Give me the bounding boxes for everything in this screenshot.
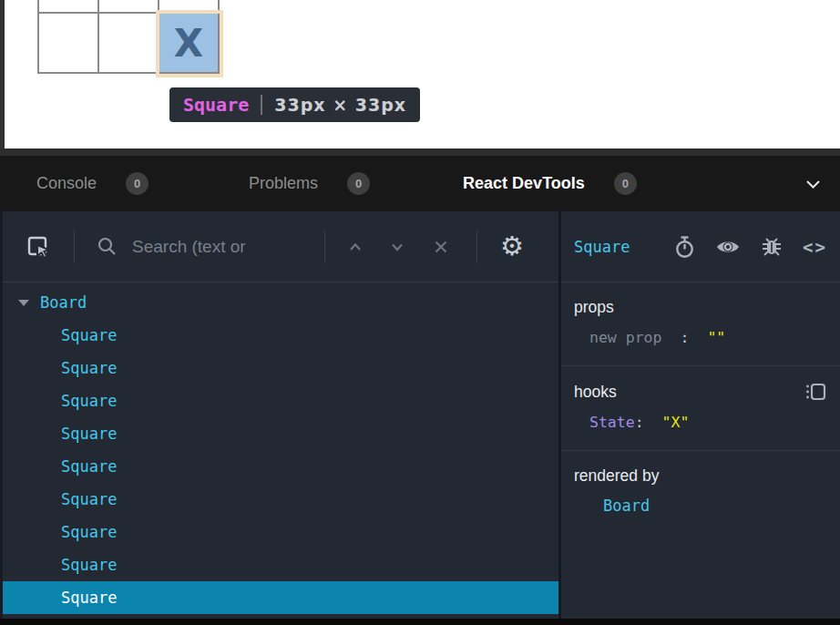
tree-item-square[interactable]: Square: [0, 483, 558, 516]
tab-label: Console: [36, 174, 97, 193]
props-section: props new prop:"": [561, 282, 840, 366]
tab-count-badge: 0: [126, 172, 149, 195]
prop-value-input[interactable]: "": [707, 329, 725, 346]
tree-item-label: Square: [61, 425, 117, 443]
window-left-edge: [0, 0, 5, 149]
hooks-section: hooks State:"X": [561, 366, 840, 451]
tree-item-label: Square: [61, 556, 117, 574]
inspector-panel: Square: [561, 211, 840, 619]
parse-hooks-icon[interactable]: [804, 382, 827, 402]
hook-value-input[interactable]: "X": [662, 414, 690, 431]
tree-item-label: Square: [61, 490, 117, 508]
board-square[interactable]: [159, 0, 220, 14]
tooltip-dimensions: 33px × 33px: [274, 95, 406, 115]
board-square[interactable]: [39, 14, 99, 74]
hook-row-state: State:"X": [574, 414, 827, 431]
board-square[interactable]: [39, 0, 99, 14]
board-square[interactable]: [99, 0, 159, 14]
chevron-down-icon[interactable]: [387, 237, 407, 257]
bug-icon[interactable]: [760, 235, 784, 259]
prop-row-new-prop: new prop:"": [574, 329, 827, 346]
tooltip-component-name: Square: [183, 94, 249, 116]
hooks-header: hooks: [574, 383, 617, 402]
rendered-by-header: rendered by: [574, 466, 827, 486]
board-square[interactable]: [99, 14, 159, 74]
rendered-by-link[interactable]: Board: [574, 497, 827, 515]
tab-console[interactable]: Console 0: [36, 172, 149, 195]
inspect-overlay-tooltip: Square 33px × 33px: [169, 87, 420, 122]
devtools-top-border: [0, 149, 840, 156]
components-tree-panel: ⚙ Board SquareSquareSquareSquareSquareSq…: [0, 211, 558, 619]
tree-item-square[interactable]: Square: [0, 450, 558, 483]
tab-count-badge: 0: [347, 172, 370, 195]
tree-item-square[interactable]: Square: [0, 417, 558, 450]
react-devtools-panel: ⚙ Board SquareSquareSquareSquareSquareSq…: [0, 211, 840, 619]
tab-react-devtools[interactable]: React DevTools 0: [463, 172, 637, 195]
toolbar-divider: [324, 231, 325, 263]
panel-left-edge: [0, 211, 3, 619]
props-header: props: [574, 298, 827, 317]
tree-item-square[interactable]: Square: [0, 319, 558, 352]
tab-count-badge: 0: [614, 172, 637, 195]
window-bottom-edge: [0, 619, 840, 625]
eye-icon[interactable]: [715, 237, 741, 257]
toolbar-divider: [476, 231, 477, 263]
tree-item-board[interactable]: Board: [0, 286, 558, 319]
toolbar-divider: [74, 231, 75, 263]
tree-item-square[interactable]: Square: [0, 352, 558, 384]
tab-label: Problems: [249, 174, 318, 193]
devtools-tab-bar: Console 0 Problems 0 React DevTools 0: [0, 156, 840, 211]
inspect-element-icon[interactable]: [26, 234, 51, 260]
browser-page-viewport: X Square 33px × 33px: [0, 0, 840, 149]
tab-label: React DevTools: [463, 174, 585, 193]
tree-item-label: Board: [40, 293, 87, 312]
board-square-highlighted[interactable]: X: [159, 14, 220, 74]
tree-item-label: Square: [61, 326, 117, 344]
component-tree: Board SquareSquareSquareSquareSquareSqua…: [0, 282, 558, 619]
gear-icon[interactable]: ⚙: [500, 233, 524, 260]
tree-toolbar: ⚙: [0, 211, 558, 282]
screenshot-root: X Square 33px × 33px Console 0 Problems …: [0, 0, 840, 625]
inspector-header: Square: [561, 211, 840, 282]
hook-key: State: [589, 414, 635, 431]
search-input[interactable]: [132, 237, 319, 257]
tree-item-square[interactable]: Square: [0, 384, 558, 417]
tree-item-label: Square: [61, 523, 117, 541]
tree-item-label: Square: [61, 359, 117, 377]
close-icon[interactable]: [431, 237, 451, 257]
view-source-icon[interactable]: <>: [803, 237, 827, 257]
tree-item-label: Square: [61, 392, 117, 410]
tree-item-square[interactable]: Square: [0, 548, 558, 581]
tree-item-square[interactable]: Square: [0, 516, 558, 548]
tab-problems[interactable]: Problems 0: [249, 172, 370, 195]
stopwatch-icon[interactable]: [673, 235, 696, 259]
tree-item-label: Square: [61, 457, 117, 476]
expander-triangle-icon[interactable]: [18, 300, 29, 306]
search-icon: [97, 236, 118, 257]
rendered-by-section: rendered by Board: [561, 451, 840, 534]
tree-item-label: Square: [61, 589, 117, 607]
chevron-down-icon[interactable]: [804, 178, 822, 190]
selected-component-title: Square: [574, 238, 630, 256]
tree-item-square-selected[interactable]: Square: [0, 581, 558, 614]
chevron-up-icon[interactable]: [345, 237, 365, 257]
tooltip-divider: [261, 95, 262, 115]
tic-tac-toe-board: X: [37, 0, 220, 74]
prop-key-input[interactable]: new prop: [589, 329, 661, 346]
